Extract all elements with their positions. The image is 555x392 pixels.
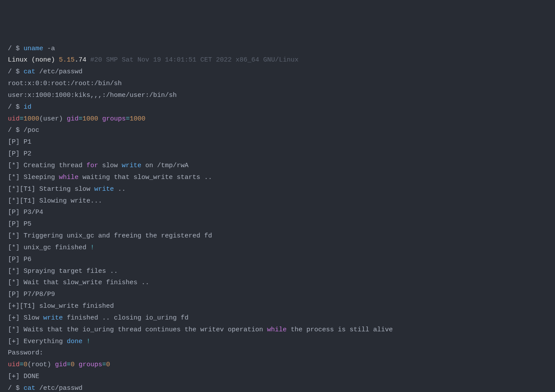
terminal-line: [P] P6 [8, 254, 547, 266]
terminal-token: [P] P2 [8, 150, 31, 158]
terminal-token: write [122, 162, 141, 169]
terminal-token: done [67, 338, 82, 345]
terminal-token: user:x:1000:1000:kiks,,,:/home/user:/bin… [8, 92, 177, 99]
terminal-token: 1000 [24, 115, 39, 123]
terminal-line: [+] Slow write finished .. closing io_ur… [8, 313, 547, 324]
terminal-line: [+][T1] slow_write finished [8, 301, 547, 313]
terminal-line: [*] Wait that slow_write finishes .. [8, 277, 547, 289]
terminal-token: = [20, 115, 24, 123]
terminal-token: 0 [24, 361, 27, 368]
terminal-line: [*][T1] Slowing write... [8, 196, 547, 207]
terminal-token: .. [114, 186, 126, 193]
terminal-token: -a [43, 45, 55, 52]
terminal-line: [+] Everything done ! [8, 336, 547, 348]
terminal-token: / $ [8, 385, 24, 392]
terminal-token: / $ [8, 68, 24, 76]
terminal-token: = [126, 115, 130, 123]
terminal-token: cat [24, 68, 35, 76]
terminal-token [75, 361, 79, 368]
terminal-token: / $ /poc [8, 127, 39, 134]
terminal-token: [*][T1] Slowing write... [8, 197, 102, 205]
terminal-token: 1000 [130, 115, 145, 123]
terminal-token: / $ [8, 45, 24, 52]
terminal-token: on /tmp/rwA [141, 162, 188, 169]
terminal-token: ! [86, 338, 90, 345]
terminal-line: / $ cat /etc/passwd [8, 383, 547, 392]
terminal-token: [+][T1] slow_write finished [8, 303, 114, 310]
terminal-token: [*] Waits that the io_uring thread conti… [8, 326, 267, 334]
terminal-line: / $ /poc [8, 125, 547, 137]
terminal-token: 1000 [82, 115, 98, 123]
terminal-token: the process is still alive [287, 326, 393, 334]
terminal-token: uid [8, 115, 20, 123]
terminal-token: ! [90, 244, 94, 251]
terminal-token: while [267, 326, 287, 334]
terminal-token: [*][T1] Starting slow [8, 186, 94, 193]
terminal-token: 0 [106, 361, 110, 368]
terminal-token: = [67, 361, 71, 368]
terminal-line: [*][T1] Starting slow write .. [8, 184, 547, 196]
terminal-line: [*] Spraying target files .. [8, 266, 547, 278]
terminal-token [82, 338, 86, 345]
terminal-token: slow [98, 162, 122, 169]
terminal-token: write [43, 314, 63, 322]
terminal-line: uid=0(root) gid=0 groups=0 [8, 359, 547, 371]
terminal-token: #20 SMP Sat Nov 19 14:01:51 CET 2022 x86… [90, 56, 298, 64]
terminal-line: [P] P2 [8, 148, 547, 160]
terminal-line: / $ cat /etc/passwd [8, 66, 547, 78]
terminal-token: [+] Slow [8, 314, 43, 322]
terminal-token: / $ [8, 103, 24, 111]
terminal-token: [*] Spraying target files .. [8, 268, 118, 275]
terminal-token: Password: [8, 349, 43, 357]
terminal-token: write [94, 186, 114, 193]
terminal-line: / $ uname -a [8, 43, 547, 55]
terminal-token: finished .. closing io_uring fd [63, 314, 188, 322]
terminal-output[interactable]: / $ uname -aLinux (none) 5.15.74 #20 SMP… [8, 43, 547, 392]
terminal-token: root:x:0:0:root:/root:/bin/sh [8, 80, 122, 87]
terminal-line: [P] P3/P4 [8, 207, 547, 219]
terminal-token [98, 115, 102, 123]
terminal-token: id [24, 103, 31, 111]
terminal-line: [*] Triggering unix_gc and freeing the r… [8, 230, 547, 242]
terminal-token: [*] Sleeping [8, 174, 59, 181]
terminal-token: = [102, 361, 106, 368]
terminal-token: /etc/passwd [35, 385, 82, 392]
terminal-line: [*] Sleeping while waiting that slow_wri… [8, 172, 547, 184]
terminal-line: / $ id [8, 102, 547, 113]
terminal-line: [*] unix_gc finished ! [8, 242, 547, 254]
terminal-token: = [79, 115, 82, 123]
terminal-token: (user) [39, 115, 67, 123]
terminal-line: [*] Waits that the io_uring thread conti… [8, 324, 547, 336]
terminal-token: cat [24, 385, 35, 392]
terminal-token: waiting that slow_write starts .. [79, 174, 212, 181]
terminal-token: (root) [27, 361, 55, 368]
terminal-line: user:x:1000:1000:kiks,,,:/home/user:/bin… [8, 90, 547, 102]
terminal-line: root:x:0:0:root:/root:/bin/sh [8, 78, 547, 90]
terminal-token: [P] P5 [8, 220, 31, 228]
terminal-token: groups [79, 361, 102, 368]
terminal-line: [*] Creating thread for slow write on /t… [8, 160, 547, 172]
terminal-token: [*] unix_gc finished [8, 244, 90, 251]
terminal-token: [+] DONE [8, 373, 39, 380]
terminal-token: Linux (none) [8, 56, 59, 64]
terminal-token: uid [8, 361, 20, 368]
terminal-line: [P] P7/P8/P9 [8, 289, 547, 301]
terminal-token: for [86, 162, 98, 169]
terminal-token: [*] Creating thread [8, 162, 86, 169]
terminal-token: groups [102, 115, 126, 123]
terminal-token: uname [24, 45, 43, 52]
terminal-token: [P] P6 [8, 256, 31, 263]
terminal-line: uid=1000(user) gid=1000 groups=1000 [8, 113, 547, 125]
terminal-token: [P] P7/P8/P9 [8, 291, 55, 298]
terminal-line: [+] DONE [8, 371, 547, 383]
terminal-token: [*] Triggering unix_gc and freeing the r… [8, 232, 212, 240]
terminal-token: gid [55, 361, 67, 368]
terminal-line: Password: [8, 347, 547, 359]
terminal-token: gid [67, 115, 79, 123]
terminal-line: [P] P5 [8, 219, 547, 230]
terminal-token: [P] P1 [8, 138, 31, 146]
terminal-token: [+] Everything [8, 338, 67, 345]
terminal-line: Linux (none) 5.15.74 #20 SMP Sat Nov 19 … [8, 55, 547, 66]
terminal-token: 5.15 [59, 56, 75, 64]
terminal-token: .74 [75, 56, 90, 64]
